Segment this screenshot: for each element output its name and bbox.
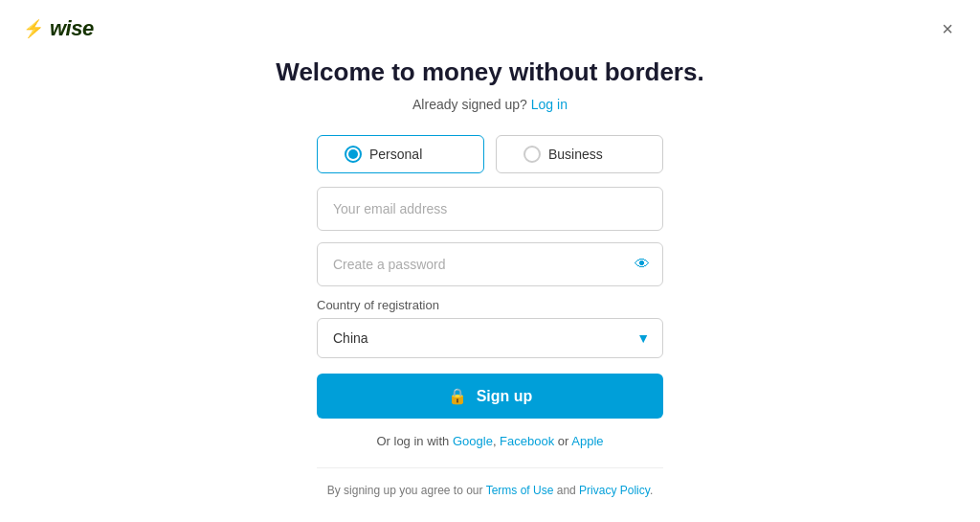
terms-and: and	[557, 484, 576, 497]
main-content: Welcome to money without borders. Alread…	[0, 0, 980, 499]
social-or: or	[558, 434, 569, 448]
personal-label: Personal	[369, 147, 422, 162]
country-select[interactable]: China United States United Kingdom	[317, 318, 663, 358]
logo-text: wise	[50, 16, 94, 41]
facebook-link[interactable]: Facebook	[500, 434, 554, 448]
lock-icon: 🔒	[448, 387, 467, 405]
personal-option[interactable]: Personal	[317, 135, 484, 173]
google-link[interactable]: Google	[453, 434, 493, 448]
social-login-text: Or log in with	[376, 434, 449, 448]
business-label: Business	[548, 147, 603, 162]
terms-text: By signing up you agree to our	[327, 484, 483, 497]
subtitle: Already signed up? Log in	[412, 97, 568, 112]
country-select-wrapper: China United States United Kingdom ▼	[317, 318, 663, 358]
lightning-icon: ⚡	[23, 18, 44, 39]
password-wrapper: 👁	[317, 242, 663, 286]
show-password-icon[interactable]: 👁	[635, 256, 650, 273]
email-input[interactable]	[317, 187, 663, 231]
terms: By signing up you agree to our Terms of …	[317, 467, 663, 499]
country-label: Country of registration	[317, 298, 663, 312]
social-login: Or log in with Google, Facebook or Apple	[376, 434, 603, 448]
password-group: 👁	[317, 242, 663, 286]
apple-link[interactable]: Apple	[571, 434, 603, 448]
personal-radio	[345, 146, 362, 163]
password-input[interactable]	[317, 242, 663, 286]
subtitle-text: Already signed up?	[412, 97, 527, 112]
close-button[interactable]: ×	[938, 15, 957, 42]
login-link[interactable]: Log in	[531, 97, 568, 112]
privacy-link[interactable]: Privacy Policy	[579, 484, 650, 497]
logo: ⚡ wise	[23, 16, 94, 41]
page-title: Welcome to money without borders.	[276, 57, 703, 87]
business-radio	[523, 146, 541, 163]
signup-label: Sign up	[477, 388, 533, 405]
header: ⚡ wise ×	[0, 0, 980, 57]
account-type-row: Personal Business	[317, 135, 663, 173]
signup-button[interactable]: 🔒 Sign up	[317, 374, 663, 419]
terms-link[interactable]: Terms of Use	[486, 484, 554, 497]
business-option[interactable]: Business	[496, 135, 663, 173]
country-group: Country of registration China United Sta…	[317, 298, 663, 358]
email-group	[317, 187, 663, 231]
